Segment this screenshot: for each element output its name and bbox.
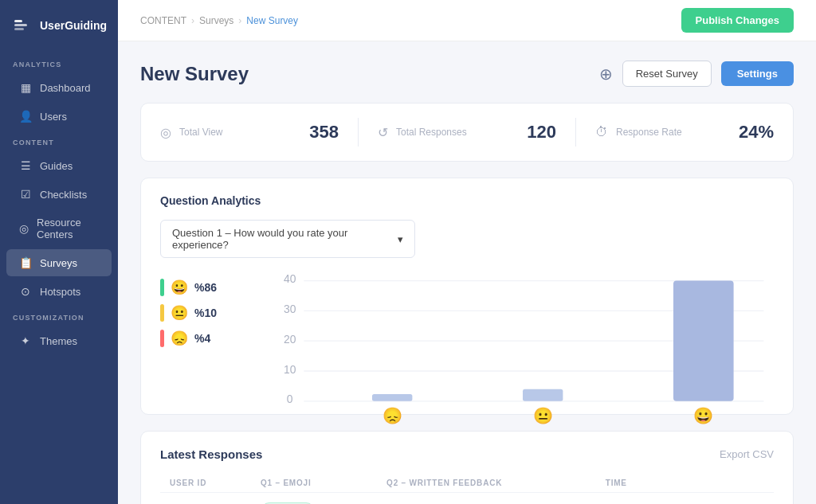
total-view-label: Total View [179, 127, 222, 138]
svg-text:30: 30 [284, 303, 296, 315]
svg-rect-13 [372, 394, 412, 401]
checklists-icon: ☑ [19, 188, 32, 201]
svg-text:40: 40 [284, 272, 296, 285]
response-rate-label: Response Rate [616, 127, 682, 138]
sidebar-item-users-label: Users [40, 111, 67, 123]
sidebar-item-checklists-label: Checklists [40, 189, 87, 201]
eye-icon: ◎ [160, 125, 171, 140]
brand-name: UserGuiding [40, 19, 107, 32]
publish-changes-button[interactable]: Publish Changes [681, 8, 794, 33]
sidebar: UserGuiding ANALYTICS ▦ Dashboard 👤 User… [0, 0, 118, 504]
chart-area: 😀 %86 😐 %10 😞 %4 [160, 271, 774, 398]
legend-item-neutral: 😐 %10 [160, 304, 256, 322]
sidebar-item-resource-centers[interactable]: ◎ Resource Centers [6, 209, 112, 248]
legend-percent-positive: %86 [194, 281, 217, 294]
legend-percent-negative: %4 [194, 332, 210, 345]
breadcrumb-sep-1: › [191, 15, 194, 26]
responses-table: USER ID Q1 – EMOJI Q2 – WRITTEN FEEDBACK… [160, 474, 774, 504]
page-title: New Survey [140, 63, 249, 85]
header-actions: ⊕ Reset Survey Settings [599, 61, 794, 87]
legend-emoji-negative: 😞 [171, 330, 188, 347]
breadcrumb-surveys: Surveys [199, 15, 233, 26]
total-responses-value: 120 [527, 122, 556, 143]
sidebar-item-checklists[interactable]: ☑ Checklists [6, 181, 112, 208]
latest-responses-section: Latest Responses Export CSV USER ID Q1 –… [140, 431, 794, 504]
col-user-id: USER ID [160, 474, 251, 493]
latest-responses-title: Latest Responses [160, 447, 262, 461]
sidebar-item-themes-label: Themes [40, 335, 77, 347]
table-header: USER ID Q1 – EMOJI Q2 – WRITTEN FEEDBACK… [160, 474, 774, 493]
svg-text:😀: 😀 [693, 406, 714, 425]
analytics-card-title: Question Analytics [160, 194, 774, 207]
legend-bar-yellow [160, 304, 164, 322]
sidebar-item-guides[interactable]: ☰ Guides [6, 152, 112, 179]
breadcrumb-current: New Survey [246, 15, 298, 26]
dashboard-icon: ▦ [19, 81, 32, 94]
content-section-label: CONTENT [0, 131, 118, 151]
svg-text:0: 0 [287, 393, 293, 405]
target-icon[interactable]: ⊕ [599, 64, 613, 84]
sidebar-item-hotspots-label: Hotspots [40, 286, 80, 298]
row1-user-id: ID 2121 [160, 493, 251, 505]
resource-centers-icon: ◎ [19, 222, 29, 235]
svg-text:20: 20 [284, 333, 296, 346]
export-csv-button[interactable]: Export CSV [720, 448, 774, 460]
svg-rect-1 [14, 24, 27, 26]
col-q2-feedback: Q2 – WRITTEN FEEDBACK [377, 474, 596, 493]
chart-legend: 😀 %86 😐 %10 😞 %4 [160, 271, 256, 398]
breadcrumb-sep-2: › [238, 15, 241, 26]
table-body: ID 2121 Positive 💬 30 Nov 2021, 13:28 ID… [160, 493, 774, 505]
sidebar-item-dashboard[interactable]: ▦ Dashboard [6, 74, 112, 101]
sidebar-item-dashboard-label: Dashboard [40, 82, 91, 94]
svg-rect-15 [673, 281, 734, 401]
sidebar-item-themes[interactable]: ✦ Themes [6, 327, 112, 354]
question-select-dropdown[interactable]: Question 1 – How would you rate your exp… [160, 220, 415, 258]
breadcrumb: CONTENT › Surveys › New Survey [140, 15, 298, 26]
reset-survey-button[interactable]: Reset Survey [622, 61, 712, 87]
responses-header: Latest Responses Export CSV [160, 447, 774, 461]
svg-rect-14 [523, 389, 563, 401]
response-rate-value: 24% [739, 122, 774, 143]
stat-response-rate: ⏱ Response Rate 24% [595, 122, 774, 143]
users-icon: 👤 [19, 110, 32, 123]
hotspots-icon: ⊙ [19, 285, 32, 298]
row1-time: 30 Nov 2021, 13:28 [596, 493, 774, 505]
page-header: New Survey ⊕ Reset Survey Settings [140, 61, 794, 87]
rate-icon: ⏱ [595, 125, 608, 139]
row1-q1: Positive [251, 493, 377, 505]
sidebar-item-resource-centers-label: Resource Centers [37, 217, 99, 240]
sidebar-item-hotspots[interactable]: ⊙ Hotspots [6, 278, 112, 305]
col-q1-emoji: Q1 – EMOJI [251, 474, 377, 493]
stat-total-responses: ↺ Total Responses 120 [378, 122, 556, 143]
legend-item-negative: 😞 %4 [160, 330, 256, 347]
logo-icon [13, 14, 33, 37]
legend-percent-neutral: %10 [194, 307, 217, 319]
svg-rect-2 [14, 28, 24, 30]
logo: UserGuiding [0, 0, 118, 53]
surveys-icon: 📋 [19, 256, 32, 269]
stat-divider-2 [575, 118, 576, 147]
legend-bar-red [160, 330, 164, 347]
guides-icon: ☰ [19, 159, 32, 172]
chart-svg: 40 30 20 10 0 [272, 271, 774, 432]
topbar: CONTENT › Surveys › New Survey Publish C… [118, 0, 816, 41]
analytics-card: Question Analytics Question 1 – How woul… [140, 178, 794, 415]
settings-button[interactable]: Settings [721, 61, 794, 86]
legend-bar-green [160, 279, 164, 296]
main-content: CONTENT › Surveys › New Survey Publish C… [118, 0, 816, 504]
row1-q2: 💬 [377, 493, 596, 505]
svg-text:😞: 😞 [382, 406, 403, 425]
table-row: ID 2121 Positive 💬 30 Nov 2021, 13:28 [160, 493, 774, 505]
sidebar-item-users[interactable]: 👤 Users [6, 103, 112, 130]
responses-icon: ↺ [378, 125, 388, 140]
analytics-section-label: ANALYTICS [0, 53, 118, 73]
svg-text:😐: 😐 [533, 406, 554, 425]
chevron-down-icon: ▾ [398, 233, 403, 245]
sidebar-item-surveys[interactable]: 📋 Surveys [6, 249, 112, 276]
question-select-label: Question 1 – How would you rate your exp… [172, 227, 398, 251]
customization-section-label: CUSTOMIZATION [0, 306, 118, 326]
stats-row: ◎ Total View 358 ↺ Total Responses 120 ⏱… [140, 103, 794, 162]
stat-total-view: ◎ Total View 358 [160, 122, 339, 143]
page-body: New Survey ⊕ Reset Survey Settings ◎ Tot… [118, 41, 816, 504]
bar-chart: 40 30 20 10 0 [272, 271, 774, 398]
